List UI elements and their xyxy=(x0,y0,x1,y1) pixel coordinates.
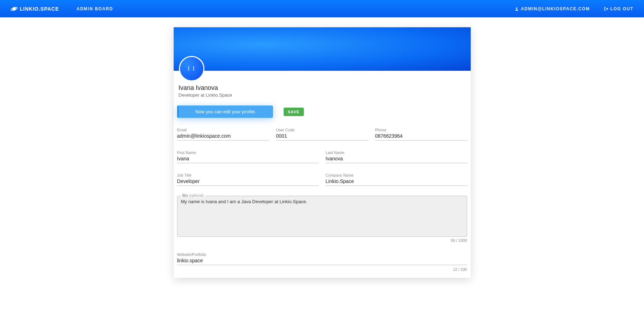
field-user-code: User Code xyxy=(276,128,368,141)
top-navbar: LINKIO.SPACE ADMIN BOARD ADMIN@LINKIOSPA… xyxy=(0,0,644,17)
phone-label: Phone xyxy=(375,128,467,132)
profile-card: I I Ivana Ivanova Developer at Linkio.Sp… xyxy=(174,27,471,278)
user-code-label: User Code xyxy=(276,128,368,132)
user-code-input[interactable] xyxy=(276,132,368,141)
logout-link[interactable]: LOG OUT xyxy=(604,6,633,11)
brand-text: LINKIO.SPACE xyxy=(20,6,59,12)
last-name-input[interactable] xyxy=(326,155,467,163)
job-title-label: Job Title xyxy=(177,173,319,177)
field-bio: Bio (optional) xyxy=(177,196,467,237)
company-name-label: Company Name xyxy=(326,173,467,177)
planet-icon xyxy=(11,5,18,12)
field-company-name: Company Name xyxy=(326,173,467,186)
job-title-input[interactable] xyxy=(177,178,319,186)
brand-logo[interactable]: LINKIO.SPACE xyxy=(11,5,59,12)
field-email: Email xyxy=(177,128,269,141)
info-banner: Now you can edit your profile. xyxy=(177,105,273,118)
bio-counter: 59 / 1000 xyxy=(177,238,467,242)
field-job-title: Job Title xyxy=(177,173,319,186)
avatar[interactable]: I I xyxy=(179,56,204,81)
logout-text: LOG OUT xyxy=(610,6,633,11)
first-name-label: First Name xyxy=(177,150,319,155)
field-website: Website/Portfolio xyxy=(177,252,467,265)
profile-banner: I I xyxy=(174,27,471,71)
admin-board-link[interactable]: ADMIN BOARD xyxy=(77,6,113,11)
user-email-text: ADMIN@LINKIOSPACE.COM xyxy=(521,6,590,11)
bio-label: Bio (optional) xyxy=(181,193,205,198)
last-name-label: Last Name xyxy=(326,150,467,155)
save-button[interactable]: SAVE xyxy=(284,108,304,116)
company-name-input[interactable] xyxy=(326,178,467,186)
website-label: Website/Portfolio xyxy=(177,252,467,257)
field-last-name: Last Name xyxy=(326,150,467,163)
profile-subtitle: Developer at Linkio.Space xyxy=(179,92,467,98)
profile-full-name: Ivana Ivanova xyxy=(179,84,467,92)
website-input[interactable] xyxy=(177,257,467,265)
current-user-link[interactable]: ADMIN@LINKIOSPACE.COM xyxy=(515,6,590,11)
email-label: Email xyxy=(177,128,269,132)
user-icon xyxy=(515,7,519,11)
website-counter: 12 / 100 xyxy=(177,267,467,271)
email-input[interactable] xyxy=(177,132,269,141)
first-name-input[interactable] xyxy=(177,155,319,163)
avatar-initials: I I xyxy=(188,65,195,73)
field-phone: Phone xyxy=(375,128,467,141)
bio-textarea[interactable] xyxy=(181,199,463,233)
logout-icon xyxy=(604,7,608,11)
phone-input[interactable] xyxy=(375,132,467,141)
svg-point-2 xyxy=(516,7,517,9)
field-first-name: First Name xyxy=(177,150,319,163)
